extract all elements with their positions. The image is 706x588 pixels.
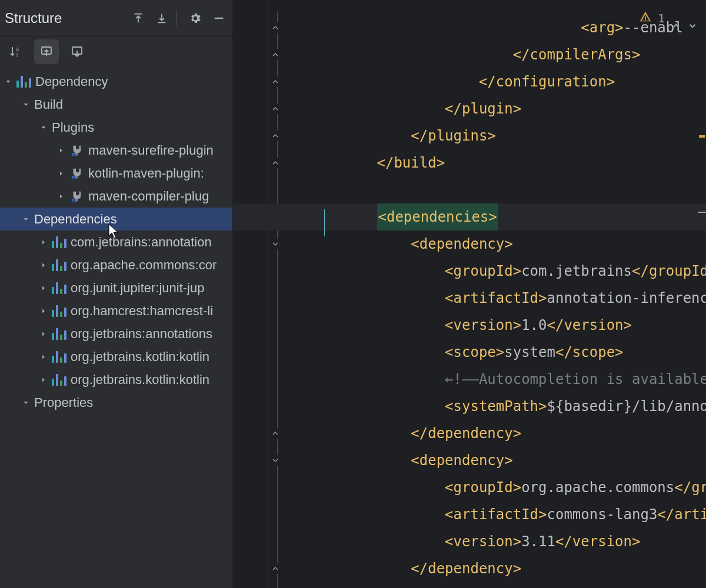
fold-close-icon[interactable] (270, 22, 281, 33)
bars-icon (52, 327, 66, 341)
maven-plugin-icon: m (69, 143, 84, 158)
tree-node-dependency[interactable]: org.junit.jupiter:junit-jup (0, 276, 232, 299)
maven-plugin-icon: m (69, 189, 84, 203)
scroll-from-source-icon[interactable] (65, 39, 89, 64)
sort-alpha-icon[interactable]: a z (4, 39, 28, 64)
structure-title: Structure (4, 10, 125, 26)
tree-node-plugin[interactable]: m kotlin-maven-plugin: (0, 162, 232, 185)
tree-node-dependency[interactable]: org.jetbrains:annotations (0, 322, 232, 345)
tree-label: kotlin-maven-plugin: (88, 166, 204, 181)
fold-close-icon[interactable] (270, 76, 281, 87)
chevron-right-icon[interactable] (39, 375, 48, 385)
tree-label: Build (34, 97, 63, 112)
chevron-up-icon[interactable] (671, 13, 681, 24)
chevron-right-icon[interactable] (56, 146, 66, 155)
separator (176, 11, 177, 26)
tree-node-dependency[interactable]: org.hamcrest:hamcrest-li (0, 299, 232, 322)
chevron-down-icon[interactable] (21, 215, 31, 224)
tree-label: com.jetbrains:annotation (71, 235, 212, 250)
svg-text:m: m (72, 151, 76, 157)
tree-node-dependency[interactable]: com.jetbrains:annotation (0, 230, 232, 253)
collapse-all-icon[interactable] (152, 8, 172, 28)
chevron-down-icon[interactable] (4, 77, 13, 86)
tree-label: Properties (34, 395, 93, 410)
maven-plugin-icon: m (69, 166, 84, 181)
error-stripe[interactable] (698, 0, 706, 588)
code-content[interactable]: <arg>--enabl </compilerArgs> </configura… (292, 0, 706, 588)
tree-node-dependency[interactable]: org.jetbrains.kotlin:kotlin (0, 345, 232, 368)
bars-icon (52, 373, 66, 387)
chevron-right-icon[interactable] (56, 169, 66, 178)
svg-text:z: z (16, 52, 19, 58)
chevron-right-icon[interactable] (39, 329, 48, 339)
stripe-caret-marker (698, 212, 706, 213)
chevron-right-icon[interactable] (56, 192, 66, 201)
fold-close-icon[interactable] (270, 428, 281, 439)
chevron-down-icon[interactable] (21, 100, 31, 109)
tree-node-plugin[interactable]: m maven-surefire-plugin (0, 139, 232, 162)
tree-node-plugins[interactable]: Plugins (0, 116, 232, 139)
tree-label: Plugins (52, 120, 94, 135)
fold-close-icon[interactable] (270, 158, 281, 168)
tree-label: maven-surefire-plugin (88, 143, 214, 158)
tree-label: org.jetbrains:annotations (71, 326, 212, 342)
chevron-right-icon[interactable] (39, 283, 48, 293)
fold-open-icon[interactable] (270, 455, 281, 466)
tree-label: maven-compiler-plug (88, 189, 209, 204)
tree-node-dependencies[interactable]: Dependencies (0, 208, 232, 230)
chevron-right-icon[interactable] (39, 260, 48, 270)
bars-icon (16, 75, 31, 89)
chevron-down-icon[interactable] (21, 398, 31, 407)
tree-label: org.junit.jupiter:junit-jup (71, 280, 204, 296)
chevron-down-icon[interactable] (687, 13, 698, 24)
bars-icon (52, 281, 66, 295)
editor-gutter[interactable] (233, 0, 268, 588)
hide-panel-icon[interactable] (209, 8, 229, 28)
chevron-right-icon[interactable] (39, 352, 48, 362)
warning-count: 1 (658, 5, 665, 32)
fold-close-icon[interactable] (270, 563, 281, 574)
gear-icon[interactable] (185, 8, 205, 28)
tree-node-plugin[interactable]: m maven-compiler-plug (0, 185, 232, 208)
svg-text:m: m (72, 174, 76, 180)
tree-label: Dependencies (34, 212, 117, 227)
fold-close-icon[interactable] (270, 103, 281, 114)
scroll-to-source-icon[interactable] (34, 39, 59, 64)
warning-icon[interactable] (639, 5, 652, 32)
chevron-down-icon[interactable] (39, 123, 48, 132)
fold-close-icon[interactable] (270, 49, 281, 60)
tree-label: org.apache.commons:cor (71, 258, 217, 273)
bars-icon (52, 258, 66, 272)
tree-label: org.jetbrains.kotlin:kotlin (71, 349, 209, 365)
inspections-widget[interactable]: 1 (639, 5, 698, 32)
tree-node-dependency[interactable]: org.jetbrains.kotlin:kotlin (0, 368, 232, 391)
expand-all-icon[interactable] (128, 8, 148, 28)
structure-header: Structure (0, 0, 232, 37)
bars-icon (52, 235, 66, 249)
structure-panel: Structure a z (0, 0, 233, 588)
tree-node-dependency[interactable]: org.apache.commons:cor (0, 253, 232, 276)
structure-tree[interactable]: Dependency Build Plugins m maven-surefir… (0, 66, 232, 588)
chevron-right-icon[interactable] (39, 238, 48, 247)
fold-close-icon[interactable] (270, 131, 281, 141)
svg-text:m: m (72, 197, 76, 203)
fold-column[interactable] (269, 0, 287, 588)
tree-label: org.hamcrest:hamcrest-li (71, 303, 213, 319)
tree-node-build[interactable]: Build (0, 93, 232, 116)
chevron-right-icon[interactable] (39, 306, 48, 316)
svg-text:a: a (16, 46, 19, 52)
fold-open-icon[interactable] (270, 239, 281, 249)
code-editor[interactable]: <arg>--enabl </compilerArgs> </configura… (233, 0, 706, 588)
tree-label: org.jetbrains.kotlin:kotlin (71, 372, 209, 387)
tree-node-properties[interactable]: Properties (0, 391, 232, 414)
bars-icon (52, 350, 66, 364)
tree-label: Dependency (35, 74, 108, 89)
tree-node-dependency-root[interactable]: Dependency (0, 70, 232, 93)
structure-toolbar: a z (0, 37, 232, 66)
bars-icon (52, 304, 66, 318)
stripe-warning-marker[interactable] (699, 135, 705, 138)
